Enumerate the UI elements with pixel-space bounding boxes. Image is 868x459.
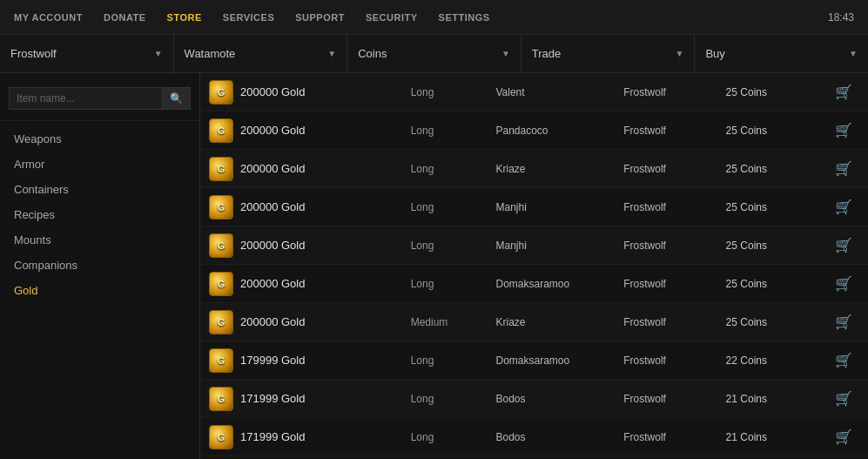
item-realm: Frostwolf xyxy=(623,393,725,405)
cart-icon[interactable]: 🛒 xyxy=(835,123,852,138)
item-seller: Kriaze xyxy=(495,316,623,328)
search-input[interactable] xyxy=(9,87,163,110)
gold-icon xyxy=(209,387,233,411)
gold-icon xyxy=(209,272,233,296)
item-realm: Frostwolf xyxy=(623,240,725,252)
top-nav: MY ACCOUNT DONATE STORE SERVICES SUPPORT… xyxy=(0,0,868,35)
character-value: Watamote xyxy=(185,47,236,60)
item-name: 200000 Gold xyxy=(240,162,411,175)
cart-icon[interactable]: 🛒 xyxy=(835,353,852,368)
buy-button[interactable]: 🛒 xyxy=(828,84,859,100)
sidebar-item-gold[interactable]: Gold xyxy=(0,278,199,303)
items-scroll[interactable]: 200000 Gold Long Valent Frostwolf 25 Coi… xyxy=(200,73,868,459)
nav-donate[interactable]: DONATE xyxy=(104,9,146,26)
buy-button[interactable]: 🛒 xyxy=(828,352,859,368)
buy-button[interactable]: 🛒 xyxy=(828,199,859,215)
table-row[interactable]: 200000 Gold Long Kriaze Frostwolf 25 Coi… xyxy=(200,150,868,188)
item-seller: Manjhi xyxy=(495,201,623,213)
item-duration: Long xyxy=(411,354,496,367)
buy-button[interactable]: 🛒 xyxy=(828,429,859,445)
nav-my-account[interactable]: MY ACCOUNT xyxy=(14,9,83,26)
sidebar-item-mounts[interactable]: Mounts xyxy=(0,227,199,253)
buy-button[interactable]: 🛒 xyxy=(828,390,859,407)
nav-support[interactable]: SUPPORT xyxy=(295,9,345,26)
search-button[interactable]: 🔍 xyxy=(163,87,191,110)
gold-icon xyxy=(209,80,233,105)
cart-icon[interactable]: 🛒 xyxy=(835,199,852,214)
item-seller: Bodos xyxy=(495,431,623,443)
table-row[interactable]: 200000 Gold Long Domaksaramoo Frostwolf … xyxy=(200,265,868,303)
buy-value: Buy xyxy=(705,47,724,60)
table-row[interactable]: 171999 Gold Long Bodos Frostwolf 21 Coin… xyxy=(200,380,868,418)
item-seller: Domaksaramoo xyxy=(495,278,623,290)
sidebar-item-weapons[interactable]: Weapons xyxy=(0,126,199,152)
filter-bar: Frostwolf ▼ Watamote ▼ Coins ▼ Trade ▼ B… xyxy=(0,35,868,73)
cart-icon[interactable]: 🛒 xyxy=(835,276,852,291)
table-row[interactable]: 200000 Gold Long Valent Frostwolf 25 Coi… xyxy=(200,73,868,111)
cart-icon[interactable]: 🛒 xyxy=(835,84,852,99)
sidebar: 🔍 Weapons Armor Containers Recipes Mount… xyxy=(0,73,200,459)
item-price: 25 Coins xyxy=(726,86,828,98)
table-row[interactable]: 200000 Gold Long Manjhi Frostwolf 25 Coi… xyxy=(200,188,868,226)
sidebar-item-armor[interactable]: Armor xyxy=(0,152,199,177)
nav-services[interactable]: SERVICES xyxy=(223,9,274,26)
nav-settings[interactable]: SETTINGS xyxy=(439,9,490,26)
item-realm: Frostwolf xyxy=(623,163,725,175)
buy-button[interactable]: 🛒 xyxy=(828,314,859,330)
sidebar-item-recipes[interactable]: Recipes xyxy=(0,202,199,227)
item-duration: Long xyxy=(411,393,496,405)
table-row[interactable]: 179999 Gold Long Domaksaramoo Frostwolf … xyxy=(200,341,868,380)
currency-value: Coins xyxy=(358,47,387,60)
sidebar-item-containers[interactable]: Containers xyxy=(0,177,199,202)
table-row[interactable]: 200000 Gold Long Manjhi Frostwolf 25 Coi… xyxy=(200,226,868,265)
item-name: 179999 Gold xyxy=(240,354,411,367)
item-duration: Long xyxy=(411,163,496,175)
table-row[interactable]: 200000 Gold Medium Kriaze Frostwolf 25 C… xyxy=(200,303,868,341)
item-price: 25 Coins xyxy=(726,240,828,252)
realm-filter[interactable]: Frostwolf ▼ xyxy=(0,35,174,72)
item-realm: Frostwolf xyxy=(623,201,725,213)
item-price: 25 Coins xyxy=(726,201,828,213)
buy-filter[interactable]: Buy ▼ xyxy=(695,35,868,72)
buy-button[interactable]: 🛒 xyxy=(828,160,859,177)
cart-icon[interactable]: 🛒 xyxy=(835,429,852,444)
cart-icon[interactable]: 🛒 xyxy=(835,161,852,176)
item-price: 22 Coins xyxy=(726,354,828,367)
item-name: 171999 Gold xyxy=(240,392,411,405)
item-seller: Manjhi xyxy=(495,240,623,252)
character-filter[interactable]: Watamote ▼ xyxy=(174,35,348,72)
cart-icon[interactable]: 🛒 xyxy=(835,238,852,253)
buy-button[interactable]: 🛒 xyxy=(828,237,859,253)
cart-icon[interactable]: 🛒 xyxy=(835,391,852,406)
item-seller: Domaksaramoo xyxy=(495,354,623,367)
main-layout: 🔍 Weapons Armor Containers Recipes Mount… xyxy=(0,73,868,459)
item-name: 200000 Gold xyxy=(240,200,411,213)
items-list: 200000 Gold Long Valent Frostwolf 25 Coi… xyxy=(200,73,868,456)
item-name: 200000 Gold xyxy=(240,85,411,98)
currency-arrow: ▼ xyxy=(501,49,510,58)
buy-button[interactable]: 🛒 xyxy=(828,275,859,292)
item-name: 171999 Gold xyxy=(240,430,411,443)
item-seller: Bodos xyxy=(495,393,623,405)
item-realm: Frostwolf xyxy=(623,354,725,367)
item-duration: Long xyxy=(411,240,496,252)
item-icon xyxy=(209,387,240,411)
nav-store[interactable]: STORE xyxy=(167,9,202,26)
item-name: 200000 Gold xyxy=(240,277,411,290)
table-row[interactable]: 171999 Gold Long Bodos Frostwolf 21 Coin… xyxy=(200,418,868,456)
nav-security[interactable]: SECURITY xyxy=(366,9,418,26)
sidebar-item-companions[interactable]: Companions xyxy=(0,253,199,278)
item-price: 21 Coins xyxy=(726,393,828,405)
item-icon xyxy=(209,80,240,105)
currency-filter[interactable]: Coins ▼ xyxy=(347,35,521,72)
buy-button[interactable]: 🛒 xyxy=(828,122,859,138)
item-duration: Long xyxy=(411,278,496,290)
item-seller: Kriaze xyxy=(495,163,623,175)
character-arrow: ▼ xyxy=(327,49,336,58)
trade-filter[interactable]: Trade ▼ xyxy=(521,35,696,72)
gold-icon xyxy=(209,425,233,449)
cart-icon[interactable]: 🛒 xyxy=(835,314,852,329)
gold-icon xyxy=(209,310,233,334)
trade-arrow: ▼ xyxy=(675,49,683,58)
table-row[interactable]: 200000 Gold Long Pandacoco Frostwolf 25 … xyxy=(200,111,868,150)
